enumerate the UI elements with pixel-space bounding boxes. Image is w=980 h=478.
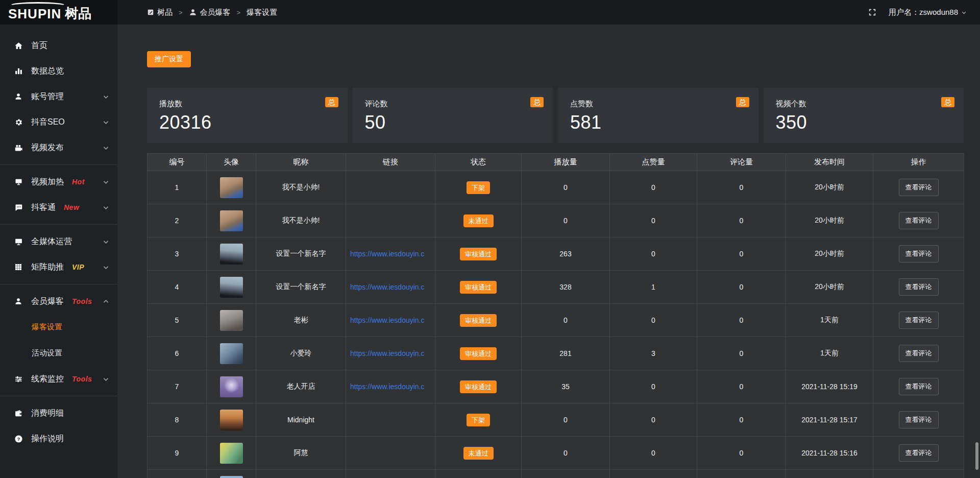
- sidebar-item-video-publish[interactable]: 视频发布: [0, 135, 117, 160]
- cell-action: 查看评论: [873, 437, 964, 470]
- cell-link: [346, 437, 435, 470]
- table-row: 2我不是小帅!未通过00020小时前查看评论: [148, 204, 964, 237]
- cell-id: 9: [148, 437, 207, 470]
- top-header: SHUPIN 树品 树品>会员爆客>爆客设置 用户名：zswodun88: [0, 0, 980, 25]
- cell-likes: 0: [610, 403, 697, 437]
- chevron-down-icon: [103, 238, 109, 245]
- cell-action: [873, 470, 964, 478]
- status-badge: 审核通过: [460, 347, 497, 360]
- avatar: [220, 310, 243, 331]
- home-icon: [13, 41, 23, 50]
- sidebar-item-label: 视频发布: [31, 142, 64, 153]
- sidebar-item-consumption-detail[interactable]: 消费明细: [0, 400, 117, 426]
- breadcrumb-label: 会员爆客: [200, 8, 231, 17]
- cell-likes: 0: [610, 204, 697, 237]
- gear-icon: [13, 118, 23, 127]
- chevron-down-icon: [961, 10, 967, 15]
- view-comments-button[interactable]: 查看评论: [899, 212, 939, 229]
- sidebar-item-data-overview[interactable]: 数据总览: [0, 58, 117, 84]
- promo-settings-button[interactable]: 推广设置: [147, 51, 191, 67]
- stat-value: 50: [365, 112, 553, 133]
- cell-id: 5: [148, 304, 207, 337]
- cell-id: 6: [148, 337, 207, 370]
- cell-action: 查看评论: [873, 337, 964, 370]
- chevron-down-icon: [103, 93, 109, 100]
- view-comments-button[interactable]: 查看评论: [899, 278, 939, 296]
- cell-link: https://www.iesdouyin.c: [346, 337, 435, 370]
- avatar: [220, 476, 243, 478]
- cell-likes: 0: [610, 171, 697, 204]
- sidebar-item-home[interactable]: 首页: [0, 33, 117, 58]
- cell-plays: 0: [522, 204, 610, 237]
- cell-plays: 0: [522, 403, 610, 437]
- avatar: [220, 376, 243, 397]
- view-comments-button[interactable]: 查看评论: [899, 411, 939, 428]
- view-comments-button[interactable]: 查看评论: [899, 444, 939, 462]
- chat-icon: [13, 203, 23, 212]
- sidebar-item-operation-guide[interactable]: ?操作说明: [0, 426, 117, 451]
- sidebar-item-matrix-boost[interactable]: 矩阵助推VIP: [0, 254, 117, 280]
- cell-avatar: [207, 271, 256, 304]
- profile-link[interactable]: https://www.iesdouyin.c: [350, 316, 425, 324]
- scrollbar-thumb[interactable]: [975, 442, 978, 470]
- sidebar-subitem-label: 爆客设置: [32, 322, 62, 332]
- logo-text-cn: 树品: [65, 5, 91, 22]
- cell-nickname: 我不是小帅!: [256, 204, 346, 237]
- cell-status: 未通过: [435, 437, 522, 470]
- sidebar-item-douyin-seo[interactable]: 抖音SEO: [0, 109, 117, 135]
- cell-comments: 0: [697, 337, 786, 370]
- sidebar-item-media-operation[interactable]: 全媒体运营: [0, 229, 117, 254]
- sidebar-item-member-baoke[interactable]: 会员爆客Tools: [0, 289, 117, 314]
- cell-nickname: 小爱玲: [256, 337, 346, 370]
- cell-link: https://www.iesdouyin.c: [346, 271, 435, 304]
- profile-link[interactable]: https://www.iesdouyin.c: [350, 283, 425, 291]
- cell-status: 下架: [435, 403, 522, 437]
- sidebar-subitem-activity-settings[interactable]: 活动设置: [0, 340, 117, 366]
- status-badge: 下架: [467, 414, 490, 426]
- fullscreen-icon[interactable]: [868, 8, 876, 16]
- profile-link[interactable]: https://www.iesdouyin.c: [350, 250, 425, 258]
- breadcrumb-item-baoke-settings[interactable]: 爆客设置: [247, 8, 277, 17]
- view-comments-button[interactable]: 查看评论: [899, 312, 939, 329]
- view-comments-button[interactable]: 查看评论: [899, 345, 939, 362]
- breadcrumb-item-member-baoke[interactable]: 会员爆客: [189, 8, 231, 17]
- column-header: 头像: [207, 154, 256, 171]
- sidebar-badge: Tools: [72, 297, 92, 305]
- column-header: 播放量: [522, 154, 610, 171]
- accounts-table-wrap: 编号头像昵称链接状态播放量点赞量评论量发布时间操作 1我不是小帅!下架00020…: [147, 153, 964, 478]
- question-icon: ?: [13, 435, 23, 443]
- table-row: 4设置一个新名字https://www.iesdouyin.c审核通过32810…: [148, 271, 964, 304]
- column-header: 操作: [873, 154, 964, 171]
- stat-card-plays: 播放数20316总: [147, 88, 348, 143]
- avatar: [220, 443, 243, 464]
- sidebar-item-account-management[interactable]: 账号管理: [0, 84, 117, 109]
- sidebar-divider: [0, 164, 117, 165]
- status-badge: 审核通过: [460, 248, 497, 260]
- cell-action: 查看评论: [873, 204, 964, 237]
- profile-link[interactable]: https://www.iesdouyin.c: [350, 383, 425, 391]
- cell-nickname: [256, 470, 346, 478]
- cell-id: 1: [148, 171, 207, 204]
- sidebar-item-douketong[interactable]: 抖客通New: [0, 195, 117, 220]
- sidebar-subitem-baoke-settings[interactable]: 爆客设置: [0, 314, 117, 340]
- sidebar-item-video-heat[interactable]: 视频加热Hot: [0, 169, 117, 195]
- cell-link: [346, 204, 435, 237]
- sidebar-item-clue-monitor[interactable]: 线索监控Tools: [0, 366, 117, 392]
- cell-publish-time: 2021-11-28 15:16: [786, 437, 873, 470]
- chevron-down-icon: [103, 145, 109, 151]
- table-row: 3设置一个新名字https://www.iesdouyin.c审核通过26300…: [148, 237, 964, 271]
- username-menu[interactable]: 用户名：zswodun88: [889, 8, 967, 17]
- profile-link[interactable]: https://www.iesdouyin.c: [350, 349, 425, 357]
- logo[interactable]: SHUPIN 树品: [0, 0, 117, 25]
- cell-id: 4: [148, 271, 207, 304]
- view-comments-button[interactable]: 查看评论: [899, 179, 939, 196]
- cell-avatar: [207, 237, 256, 271]
- view-comments-button[interactable]: 查看评论: [899, 378, 939, 395]
- cell-status: 审核通过: [435, 304, 522, 337]
- cell-avatar: [207, 171, 256, 204]
- cell-action: 查看评论: [873, 304, 964, 337]
- breadcrumb-item-shupin[interactable]: 树品: [147, 8, 173, 17]
- view-comments-button[interactable]: 查看评论: [899, 245, 939, 262]
- cell-comments: 0: [697, 171, 786, 204]
- status-badge: 未通过: [463, 447, 494, 460]
